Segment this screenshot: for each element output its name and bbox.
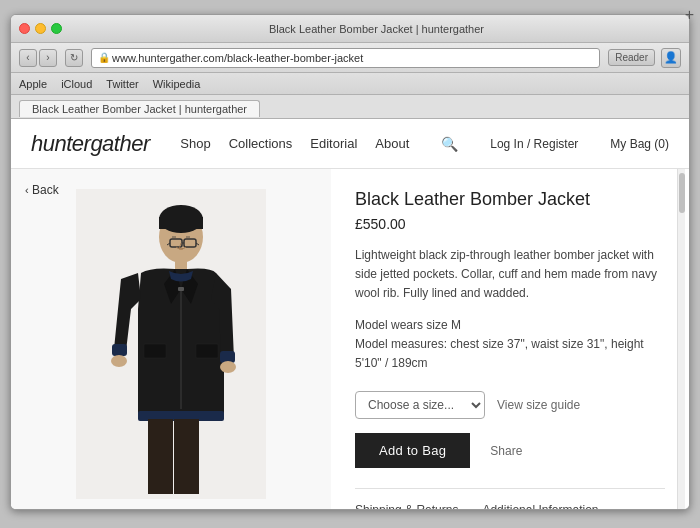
product-title: Black Leather Bomber Jacket <box>355 189 665 210</box>
product-tabs: Shipping & Returns Additional Informatio… <box>355 488 665 509</box>
scrollbar[interactable] <box>677 169 685 509</box>
nav-links: Shop Collections Editorial About 🔍 Log I… <box>180 136 669 152</box>
size-row: Choose a size... XS S M L XL View size g… <box>355 391 665 419</box>
nav-buttons: ‹ › <box>19 49 57 67</box>
new-tab-button[interactable]: + <box>685 14 690 24</box>
bookmarks-bar: Apple iCloud Twitter Wikipedia <box>11 73 689 95</box>
size-select[interactable]: Choose a size... XS S M L XL <box>355 391 485 419</box>
window-title: Black Leather Bomber Jacket | huntergath… <box>72 23 681 35</box>
svg-point-14 <box>111 355 127 367</box>
search-icon[interactable]: 🔍 <box>441 136 458 152</box>
back-button[interactable]: ‹ <box>19 49 37 67</box>
svg-rect-20 <box>174 419 199 494</box>
traffic-lights <box>19 23 62 34</box>
nav-about[interactable]: About <box>375 136 409 151</box>
tab-additional-info[interactable]: Additional Information <box>482 503 598 509</box>
product-details: Black Leather Bomber Jacket £550.00 Ligh… <box>331 169 689 509</box>
maximize-button[interactable] <box>51 23 62 34</box>
close-button[interactable] <box>19 23 30 34</box>
reader-button[interactable]: Reader <box>608 49 655 66</box>
bookmark-twitter[interactable]: Twitter <box>106 78 138 90</box>
action-row: Add to Bag Share <box>355 433 665 468</box>
back-link[interactable]: ‹ Back <box>25 183 59 197</box>
site-logo[interactable]: huntergather <box>31 131 180 157</box>
nav-collections[interactable]: Collections <box>229 136 293 151</box>
site-nav: huntergather Shop Collections Editorial … <box>11 119 689 169</box>
reload-button[interactable]: ↻ <box>65 49 83 67</box>
model-measurements: Model measures: chest size 37", waist si… <box>355 337 644 370</box>
product-description: Lightweight black zip-through leather bo… <box>355 246 665 304</box>
forward-button[interactable]: › <box>39 49 57 67</box>
minimize-button[interactable] <box>35 23 46 34</box>
product-image <box>11 169 331 509</box>
add-to-bag-button[interactable]: Add to Bag <box>355 433 470 468</box>
nav-bag[interactable]: My Bag (0) <box>610 137 669 151</box>
svg-rect-3 <box>159 217 203 229</box>
back-chevron-icon: ‹ <box>25 184 29 196</box>
product-layout: ‹ Back <box>11 169 689 509</box>
share-link[interactable]: Share <box>490 444 522 458</box>
address-icon: 🔒 <box>98 52 110 63</box>
product-price: £550.00 <box>355 216 665 232</box>
page-content: huntergather Shop Collections Editorial … <box>11 119 689 509</box>
nav-login[interactable]: Log In / Register <box>490 137 578 151</box>
size-guide-link[interactable]: View size guide <box>497 398 580 412</box>
product-model-info: Model wears size M Model measures: chest… <box>355 316 665 374</box>
active-tab[interactable]: Black Leather Bomber Jacket | huntergath… <box>19 100 260 117</box>
scroll-thumb[interactable] <box>679 173 685 213</box>
user-profile-button[interactable]: 👤 <box>661 48 681 68</box>
svg-point-15 <box>220 361 236 373</box>
nav-editorial[interactable]: Editorial <box>310 136 357 151</box>
address-bar[interactable]: 🔒 www.huntergather.com/black-leather-bom… <box>91 48 600 68</box>
svg-rect-12 <box>112 344 127 356</box>
tab-bar: Black Leather Bomber Jacket | huntergath… <box>11 95 689 119</box>
bookmark-apple[interactable]: Apple <box>19 78 47 90</box>
svg-rect-11 <box>178 287 184 291</box>
bookmark-icloud[interactable]: iCloud <box>61 78 92 90</box>
bookmark-wikipedia[interactable]: Wikipedia <box>153 78 201 90</box>
svg-rect-19 <box>148 419 173 494</box>
address-url: www.huntergather.com/black-leather-bombe… <box>112 52 363 64</box>
model-size-info: Model wears size M <box>355 318 461 332</box>
svg-rect-18 <box>196 344 218 358</box>
nav-shop[interactable]: Shop <box>180 136 210 151</box>
browser-window: Black Leather Bomber Jacket | huntergath… <box>10 14 690 510</box>
toolbar: ‹ › ↻ 🔒 www.huntergather.com/black-leath… <box>11 43 689 73</box>
title-bar: Black Leather Bomber Jacket | huntergath… <box>11 15 689 43</box>
svg-rect-17 <box>144 344 166 358</box>
product-image-svg <box>76 189 266 499</box>
back-label: Back <box>32 183 59 197</box>
tab-shipping[interactable]: Shipping & Returns <box>355 503 458 509</box>
product-image-section: ‹ Back <box>11 169 331 509</box>
